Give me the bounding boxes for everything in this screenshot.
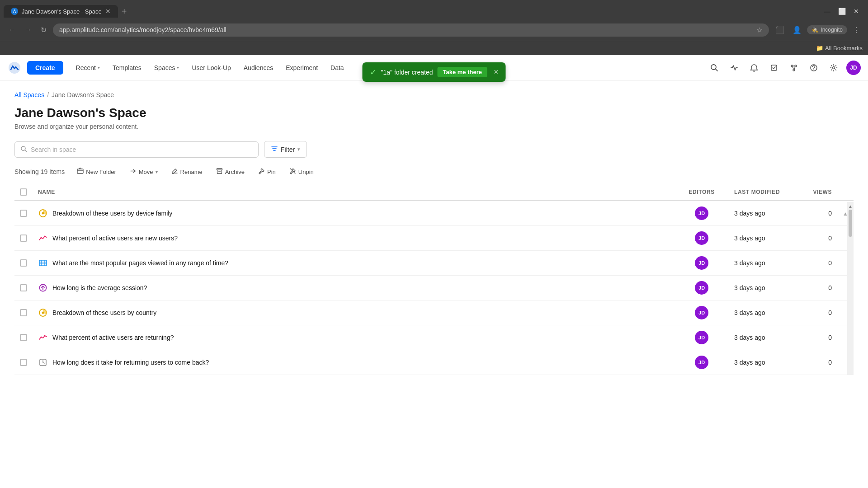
address-bar[interactable]: app.amplitude.com/analytics/moodjoy2/spa… [53,23,769,37]
views-count: 0 [801,251,837,276]
item-icon-line2 [38,333,48,343]
filter-button[interactable]: Filter ▾ [264,141,307,158]
move-icon [130,168,137,176]
svg-point-31 [41,337,42,338]
integrations-icon[interactable] [787,61,801,75]
profile-icon[interactable]: 👤 [790,24,804,36]
svg-point-32 [44,335,46,337]
item-icon-crosstab [38,258,48,268]
bookmark-star-icon[interactable]: ☆ [756,26,763,34]
move-button[interactable]: Move ▾ [125,165,163,178]
row-checkbox[interactable] [20,210,27,217]
unpin-label: Unpin [298,169,314,175]
forward-button[interactable]: → [22,24,34,36]
search-box[interactable] [14,141,259,158]
last-modified: 3 days ago [729,300,801,325]
toast-notification: ✓ "1a" folder created Take me there × [363,62,506,82]
row-checkbox[interactable] [20,334,27,341]
extensions-icon[interactable]: ⬛ [773,24,787,36]
item-icon-segment2 [38,308,48,318]
browser-actions: ⬛ 👤 🕵️ Incognito ⋮ [773,24,863,36]
bookmarks-bar: 📁 All Bookmarks [0,41,868,55]
nav-item-audiences[interactable]: Audiences [238,61,278,74]
search-input[interactable] [31,146,253,153]
item-icon-timer [38,357,48,367]
row-checkbox[interactable] [20,235,27,242]
pin-button[interactable]: Pin [253,165,281,178]
menu-icon[interactable]: ⋮ [850,24,863,36]
all-spaces-link[interactable]: All Spaces [14,91,44,99]
row-checkbox[interactable] [20,359,27,366]
incognito-badge: 🕵️ Incognito [807,25,847,34]
settings-icon[interactable] [826,61,841,75]
active-tab[interactable]: A Jane Dawson's Space - Space ✕ [4,5,118,18]
row-checkbox[interactable] [20,259,27,267]
all-bookmarks[interactable]: 📁 All Bookmarks [816,45,863,52]
table-row: How long does it take for returning user… [14,350,854,375]
create-button[interactable]: Create [27,61,63,75]
browser-toolbar: ← → ↻ app.amplitude.com/analytics/moodjo… [0,19,868,41]
svg-rect-23 [39,260,47,266]
toast-action-button[interactable]: Take me there [438,67,487,77]
scroll-up-arrow[interactable]: ▲ [847,203,854,210]
item-name[interactable]: What are the most popular pages viewed i… [52,259,228,267]
nav-item-experiment[interactable]: Experiment [280,61,323,74]
new-tab-button[interactable]: + [118,6,131,17]
row-checkbox[interactable] [20,309,27,316]
item-name[interactable]: How long is the average session? [52,284,147,291]
table-row: How long is the average session? JD 3 da… [14,276,854,300]
item-name[interactable]: How long does it take for returning user… [52,359,209,366]
filter-icon [271,145,278,154]
user-avatar[interactable]: JD [846,61,861,75]
item-name-cell: Breakdown of these users by device famil… [38,208,669,218]
item-name[interactable]: Breakdown of these users by device famil… [52,210,172,217]
views-count: 0 [801,201,837,226]
tab-favicon: A [11,8,18,15]
editor-avatar: JD [695,356,708,369]
filter-chevron-icon: ▾ [297,146,300,152]
select-all-checkbox[interactable] [20,188,27,196]
back-button[interactable]: ← [5,24,18,36]
search-nav-icon[interactable] [707,61,722,75]
table-body: Breakdown of these users by device famil… [14,201,854,375]
app-logo[interactable] [7,61,22,75]
items-table: NAME EDITORS LAST MODIFIED VIEWS [14,184,854,375]
rename-button[interactable]: Rename [166,165,208,178]
archive-icon [216,168,223,176]
views-count: 0 [801,300,837,325]
nav-item-user-lookup[interactable]: User Look-Up [186,61,236,74]
rename-icon [171,168,178,176]
tab-bar: A Jane Dawson's Space - Space ✕ + — ⬜ ✕ [0,0,868,19]
nav-item-recent[interactable]: Recent ▾ [71,61,105,74]
nav-item-spaces[interactable]: Spaces ▾ [149,61,185,74]
nav-item-data[interactable]: Data [325,61,349,74]
views-count: 0 [801,226,837,251]
nav-item-templates[interactable]: Templates [107,61,147,74]
svg-point-12 [833,66,835,69]
notifications-icon[interactable] [747,61,761,75]
col-header-name: NAME [33,184,675,201]
new-folder-button[interactable]: New Folder [72,165,121,178]
help-icon[interactable] [807,61,821,75]
minimize-button[interactable]: — [821,5,834,18]
item-icon-funnel [38,283,48,293]
archive-button[interactable]: Archive [211,165,250,178]
tasks-icon[interactable] [767,61,781,75]
toast-close-button[interactable]: × [494,67,499,77]
svg-line-8 [793,66,793,69]
row-checkbox[interactable] [20,284,27,291]
tab-close-button[interactable]: ✕ [105,8,111,15]
pin-label: Pin [267,169,276,175]
table-row: Breakdown of these users by country JD 3… [14,300,854,325]
unpin-button[interactable]: Unpin [284,165,319,178]
item-icon-segment [38,208,48,218]
item-name[interactable]: What percent of active users are returni… [52,334,174,341]
activity-icon[interactable] [727,61,741,75]
item-name[interactable]: What percent of active users are new use… [52,235,178,242]
maximize-button[interactable]: ⬜ [835,5,848,18]
svg-line-2 [716,69,717,70]
item-name[interactable]: Breakdown of these users by country [52,309,156,316]
scroll-thumb[interactable] [849,210,852,237]
close-window-button[interactable]: ✕ [850,5,863,18]
reload-button[interactable]: ↻ [38,24,49,36]
